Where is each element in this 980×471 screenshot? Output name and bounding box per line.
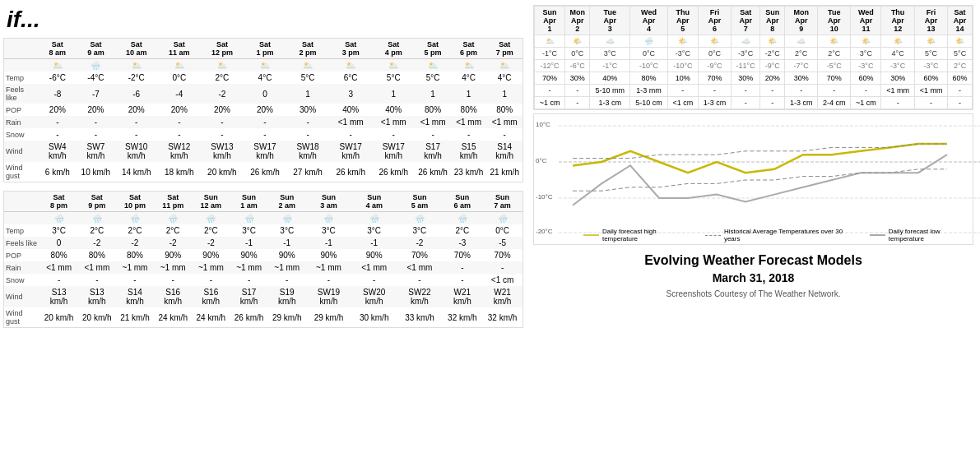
bot-rain-row: Rain <1 mm<1 mm~1 mm~1 mm~1 mm~1 mm ~1 m… xyxy=(4,261,523,274)
feels-2: -6 xyxy=(115,84,158,104)
temp-4: 2°C xyxy=(201,72,244,84)
bottom-weather-table: Sat8 pm Sat9 pm Sat10 pm Sat11 pm Sun12 … xyxy=(4,192,523,327)
fcast-h-4: ThuApr5 xyxy=(667,7,698,35)
feels-9: 1 xyxy=(415,84,451,104)
bot-icon-6: 🌧️ xyxy=(268,212,306,225)
wind-0: SW4 km/h xyxy=(39,141,77,162)
feels-10: 1 xyxy=(451,84,487,104)
icons-label xyxy=(4,59,39,72)
temp-10: 4°C xyxy=(451,72,487,84)
snow-1: - xyxy=(77,128,115,141)
fcast-day-temp-row: -1°C 0°C 3°C 0°C -3°C 0°C -3°C -2°C 2°C … xyxy=(535,48,973,60)
temp-3: 0°C xyxy=(158,72,201,84)
pop-11: 80% xyxy=(486,104,523,116)
fcast-h-12: FriApr13 xyxy=(914,7,947,35)
icon-6: 🌥️ xyxy=(286,59,329,72)
col-sat7: Sat7 pm xyxy=(486,39,523,59)
temp-7: 6°C xyxy=(329,72,372,84)
col-sat2: Sat2 pm xyxy=(286,39,329,59)
y-label-0: 0°C xyxy=(536,157,546,164)
col-sun5am: Sun5 am xyxy=(397,192,442,212)
top-gust-row: Wind gust 6 km/h 10 km/h 14 km/h 18 km/h… xyxy=(4,162,523,182)
wind-2: SW10 km/h xyxy=(115,141,158,162)
bot-icon-10: 🌧️ xyxy=(443,212,483,225)
icon-4: 🌥️ xyxy=(201,59,244,72)
bot-temp-row: Temp 3°C2°C2°C2°C2°C3°C 3°C3°C3°C3°C2°C0… xyxy=(4,224,523,237)
wind-6: SW18 km/h xyxy=(286,141,329,162)
bot-feels-row: Feels like 0-2-2-2-2-1 -1-1-1-2-3-5 xyxy=(4,237,523,249)
legend-low-line xyxy=(870,234,885,236)
main-title: Evolving Weather Forecast Models xyxy=(533,253,973,268)
feels-3: -4 xyxy=(158,84,201,104)
temp-5: 4°C xyxy=(244,72,286,84)
credit-text: Screenshots Courtesy of The Weather Netw… xyxy=(533,289,973,298)
col-sat12: Sat12 pm xyxy=(201,39,244,59)
fcast-h-1: MonApr2 xyxy=(565,7,590,35)
bot-icon-7: 🌧️ xyxy=(306,212,351,225)
bottom-text: Evolving Weather Forecast Models March 3… xyxy=(533,253,973,298)
fcast-h-6: SatApr7 xyxy=(732,7,760,35)
fcast-icons-row: 🌥️🌤️☁️🌧️🌤️🌤️☁️ 🌤️☁️🌤️🌤️🌤️🌤️🌤️ xyxy=(535,35,973,48)
bot-icon-4: 🌧️ xyxy=(192,212,230,225)
icon-5: 🌥️ xyxy=(244,59,286,72)
icon-10: 🌥️ xyxy=(451,59,487,72)
empty-header2 xyxy=(4,192,40,212)
wind-5: SW17 km/h xyxy=(244,141,286,162)
gust-3: 18 km/h xyxy=(158,162,201,182)
feels-label: Feels like xyxy=(4,84,39,104)
rain-4: - xyxy=(201,116,244,128)
col-sun6am: Sun6 am xyxy=(443,192,483,212)
wind-10: S15 km/h xyxy=(451,141,487,162)
legend-avg: Historical Average Temperatures over 30 … xyxy=(705,228,853,242)
fcast-snow-row: ~1 cm-1-3 cm5-10 cm<1 cm1-3 cm- -1-3 cm2… xyxy=(535,97,973,109)
pop-label: POP xyxy=(4,104,39,116)
wind-1: SW7 km/h xyxy=(77,141,115,162)
legend-high: Daily forecast high temperature xyxy=(583,228,689,242)
col-sat8pm: Sat8 pm xyxy=(40,192,78,212)
snow-label: Snow xyxy=(4,128,39,141)
snow-3: - xyxy=(158,128,201,141)
top-wind-row: Wind SW4 km/h SW7 km/h SW10 km/h SW12 km… xyxy=(4,141,523,162)
snow-2: - xyxy=(115,128,158,141)
fcast-pop-row: 70%30%40%80%10%70%30% 20%30%70%60%30%60%… xyxy=(535,72,973,85)
forecast-table-wrapper: SunApr1 MonApr2 TueApr3 WedApr4 ThuApr5 … xyxy=(533,5,973,110)
chart-svg xyxy=(559,114,980,238)
top-temp-row: Temp -6°C -4°C -2°C 0°C 2°C 4°C 5°C 6°C … xyxy=(4,72,523,84)
rain-10: <1 mm xyxy=(451,116,487,128)
top-pop-row: POP 20% 20% 20% 20% 20% 20% 30% 40% 40% … xyxy=(4,104,523,116)
rain-6: - xyxy=(286,116,329,128)
bot-wind-label: Wind xyxy=(4,286,40,307)
temp-11: 4°C xyxy=(486,72,523,84)
icon-11: 🌥️ xyxy=(486,59,523,72)
chart-container: 10°C 0°C -10°C -20°C xyxy=(533,113,973,245)
bot-gust-label: Wind gust xyxy=(4,307,40,327)
wind-4: SW13 km/h xyxy=(201,141,244,162)
gust-11: 21 km/h xyxy=(486,162,523,182)
rain-7: <1 mm xyxy=(329,116,372,128)
top-weather-table: Sat8 am Sat9 am Sat10 am Sat11 am Sat12 … xyxy=(4,39,523,182)
bottom-table-wrapper: Sat8 pm Sat9 pm Sat10 pm Sat11 pm Sun12 … xyxy=(3,191,523,328)
fcast-h-5: FriApr6 xyxy=(698,7,731,35)
fcast-h-9: TueApr10 xyxy=(818,7,851,35)
logo: if... xyxy=(7,7,523,33)
y-label-minus20: -20°C xyxy=(536,228,553,235)
feels-6: 1 xyxy=(286,84,329,104)
snow-4: - xyxy=(201,128,244,141)
bot-snow-row: Snow ------ -----<1 cm xyxy=(4,274,523,286)
wind-7: SW17 km/h xyxy=(329,141,372,162)
rain-1: - xyxy=(77,116,115,128)
snow-8: - xyxy=(372,128,415,141)
col-sat9: Sat9 am xyxy=(77,39,115,59)
rain-label: Rain xyxy=(4,116,39,128)
feels-1: -7 xyxy=(77,84,115,104)
rain-5: - xyxy=(244,116,286,128)
fcast-h-11: ThuApr12 xyxy=(881,7,914,35)
wind-8: SW17 km/h xyxy=(372,141,415,162)
snow-10: - xyxy=(451,128,487,141)
fcast-h-13: SatApr14 xyxy=(948,7,973,35)
y-label-minus10: -10°C xyxy=(536,193,553,201)
snow-11: - xyxy=(486,128,523,141)
bot-icon-11: 🌧️ xyxy=(482,212,523,225)
col-sun3am: Sun3 am xyxy=(306,192,351,212)
gust-1: 10 km/h xyxy=(77,162,115,182)
